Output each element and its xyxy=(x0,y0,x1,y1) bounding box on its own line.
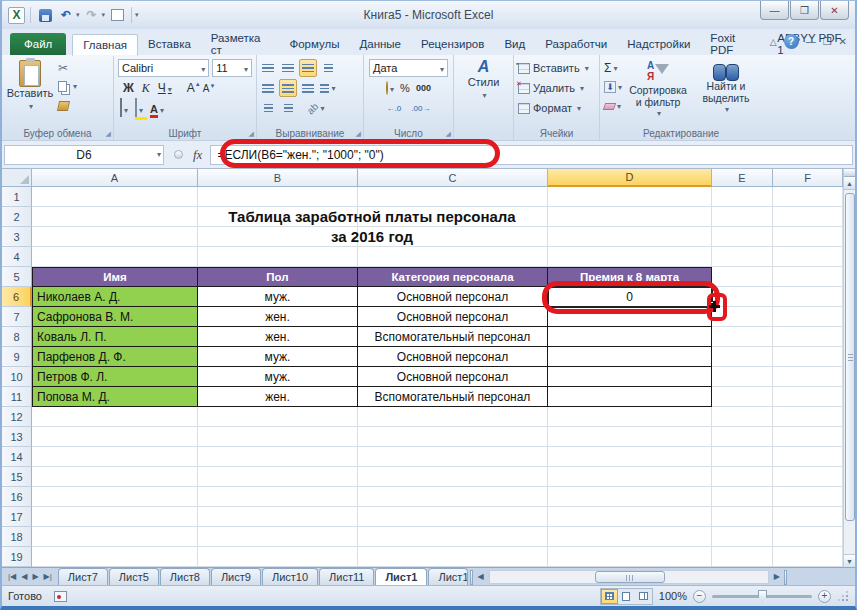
name-box-dropdown-icon[interactable]: ▾ xyxy=(157,150,161,159)
orientation-button[interactable]: ab xyxy=(307,99,325,117)
grid-cell-B11[interactable]: жен. xyxy=(198,387,358,407)
grid-cell-C18[interactable] xyxy=(358,527,548,547)
horizontal-scrollbar[interactable] xyxy=(489,570,769,584)
grid-cell-B15[interactable] xyxy=(198,467,358,487)
ribbon-tab-данные[interactable]: Данные xyxy=(349,33,411,55)
number-dialog-launcher-icon[interactable]: ◢ xyxy=(446,130,451,138)
grid-cell-B6[interactable]: муж. xyxy=(198,287,358,307)
grid-cell-D13[interactable] xyxy=(548,427,712,447)
last-sheet-icon[interactable]: ▶| xyxy=(42,572,54,581)
grid-cell-E19[interactable] xyxy=(712,547,773,567)
alignment-dialog-launcher-icon[interactable]: ◢ xyxy=(356,130,361,138)
row-header-15[interactable]: 15 xyxy=(2,467,32,487)
grid-cell-F13[interactable] xyxy=(773,427,843,447)
grid-cell-C11[interactable]: Вспомогательный персонал xyxy=(358,387,548,407)
scrollbar-split-handle[interactable] xyxy=(844,169,855,177)
select-all-corner[interactable] xyxy=(2,169,32,187)
grid-cell-C17[interactable] xyxy=(358,507,548,527)
ribbon-tab-рецензиров[interactable]: Рецензиров xyxy=(411,33,494,55)
align-top-button[interactable] xyxy=(259,59,277,77)
grid-cell-F19[interactable] xyxy=(773,547,843,567)
grid-cell-B18[interactable] xyxy=(198,527,358,547)
grid-cell-C7[interactable]: Основной персонал xyxy=(358,307,548,327)
merge-center-button[interactable] xyxy=(319,79,337,97)
increase-decimal-button[interactable]: ←.0 xyxy=(387,104,402,113)
grid-cell-F10[interactable] xyxy=(773,367,843,387)
column-header-B[interactable]: B xyxy=(198,169,358,187)
scroll-up-icon[interactable]: ▲ xyxy=(844,177,855,190)
sheet-tab-лист10[interactable]: Лист10 xyxy=(262,568,318,585)
wrap-text-button[interactable] xyxy=(319,59,337,77)
grid-cell-A5[interactable]: Имя xyxy=(32,267,198,287)
format-painter-button[interactable] xyxy=(56,96,79,115)
ribbon-tab-разработчи[interactable]: Разработчи xyxy=(535,33,617,55)
grid-cell-D11[interactable] xyxy=(548,387,712,407)
grid-cell-D7[interactable] xyxy=(548,307,712,327)
help-icon[interactable]: ? xyxy=(784,34,799,49)
grid-cell-A9[interactable]: Парфенов Д. Ф. xyxy=(32,347,198,367)
grid-cell-C12[interactable] xyxy=(358,407,548,427)
grid-cell-E10[interactable] xyxy=(712,367,773,387)
normal-view-button[interactable] xyxy=(601,589,618,604)
column-header-D[interactable]: D xyxy=(548,169,712,187)
sheet-tab-лист7[interactable]: Лист7 xyxy=(58,568,108,585)
formula-input[interactable]: =ЕСЛИ(B6="жен."; "1000"; "0") xyxy=(210,145,853,165)
styles-button[interactable]: A Стили xyxy=(456,58,511,124)
insert-cells-button[interactable]: Вставить xyxy=(516,58,597,78)
grid-cell-C13[interactable] xyxy=(358,427,548,447)
workbook-minimize-icon[interactable]: — xyxy=(806,36,816,47)
grid-cell-B19[interactable] xyxy=(198,547,358,567)
grid-cell-B7[interactable]: жен. xyxy=(198,307,358,327)
ribbon-tab-главная[interactable]: Главная xyxy=(72,34,138,56)
grid-cell-B12[interactable] xyxy=(198,407,358,427)
increase-indent-button[interactable] xyxy=(279,99,297,117)
font-name-select[interactable]: Calibri xyxy=(118,59,209,77)
grid-cell-A8[interactable]: Коваль Л. П. xyxy=(32,327,198,347)
grow-font-button[interactable]: A▲ xyxy=(187,81,201,95)
grid-cell-B8[interactable]: жен. xyxy=(198,327,358,347)
sort-filter-button[interactable]: АЯ Сортировка и фильтр xyxy=(624,58,692,120)
hscroll-right-icon[interactable]: ▶ xyxy=(771,572,783,581)
sheet-tab-лист1[interactable]: Лист1 xyxy=(375,568,427,585)
grid-cell-F5[interactable] xyxy=(773,267,843,287)
name-box-resize-handle[interactable] xyxy=(174,150,183,159)
grid-cell-E14[interactable] xyxy=(712,447,773,467)
find-select-button[interactable]: Найти и выделить xyxy=(692,58,760,120)
row-header-17[interactable]: 17 xyxy=(2,507,32,527)
grid-cell-D10[interactable] xyxy=(548,367,712,387)
grid-cell-E17[interactable] xyxy=(712,507,773,527)
grid-cell-A13[interactable] xyxy=(32,427,198,447)
prev-sheet-icon[interactable]: ◀ xyxy=(19,572,29,581)
grid-cell-E2[interactable] xyxy=(712,207,773,227)
clear-button[interactable] xyxy=(602,97,624,115)
grid-cell-F17[interactable] xyxy=(773,507,843,527)
grid-cell-D17[interactable] xyxy=(548,507,712,527)
grid-cell-C14[interactable] xyxy=(358,447,548,467)
column-header-C[interactable]: C xyxy=(358,169,548,187)
row-header-6[interactable]: 6 xyxy=(2,287,32,307)
grid-cell-B4[interactable] xyxy=(198,247,358,267)
row-header-5[interactable]: 5 xyxy=(2,267,32,287)
sheet-tab-лист8[interactable]: Лист8 xyxy=(160,568,210,585)
grid-cell-B5[interactable]: Пол xyxy=(198,267,358,287)
grid-cell-B14[interactable] xyxy=(198,447,358,467)
grid-cell-A16[interactable] xyxy=(32,487,198,507)
name-box[interactable]: D6▾ xyxy=(4,145,164,165)
sheet-tab-лист9[interactable]: Лист9 xyxy=(211,568,261,585)
grid-cell-E11[interactable] xyxy=(712,387,773,407)
scrollbar-splitter[interactable] xyxy=(784,570,787,585)
next-sheet-icon[interactable]: ▶ xyxy=(30,572,40,581)
shrink-font-button[interactable]: A▼ xyxy=(203,83,216,94)
grid-cell-B1[interactable] xyxy=(198,187,358,207)
grid-cell-F7[interactable] xyxy=(773,307,843,327)
grid-cell-E1[interactable] xyxy=(712,187,773,207)
grid-cell-E9[interactable] xyxy=(712,347,773,367)
grid-cell-A17[interactable] xyxy=(32,507,198,527)
format-cells-button[interactable]: Формат xyxy=(516,98,597,118)
paste-dropdown-icon[interactable] xyxy=(27,99,33,111)
zoom-out-button[interactable]: − xyxy=(693,590,706,603)
close-button[interactable]: ✕ xyxy=(820,1,849,20)
grid-cell-A12[interactable] xyxy=(32,407,198,427)
grid-cell-A7[interactable]: Сафронова В. М. xyxy=(32,307,198,327)
row-header-8[interactable]: 8 xyxy=(2,327,32,347)
